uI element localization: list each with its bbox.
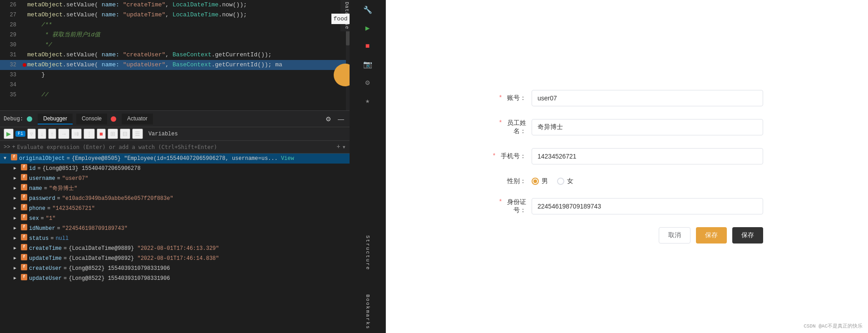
debug-row-username[interactable]: ▶ f username = "user07" bbox=[0, 174, 350, 184]
expand-arrow-updatetime: ▶ bbox=[14, 254, 19, 263]
line-number: 28 bbox=[4, 20, 16, 30]
expand-arrow: ▼ bbox=[4, 154, 9, 163]
id-input[interactable] bbox=[532, 198, 763, 214]
form-row-phone: * 手机号： bbox=[491, 148, 763, 164]
var-eq-status: = bbox=[50, 234, 54, 243]
bookmarks-label: Bookmarks bbox=[365, 294, 370, 329]
minimize-icon-btn[interactable]: — bbox=[336, 114, 346, 124]
line-content-32: metaObject.setValue( name: "updateUser",… bbox=[27, 60, 346, 70]
var-name-name: name bbox=[29, 184, 42, 193]
var-val-updateuser: {Long@8522} 1554039310798331906 bbox=[69, 274, 170, 283]
tab-debugger[interactable]: Debugger bbox=[38, 114, 73, 124]
tab-actuator[interactable]: Actuator bbox=[122, 114, 153, 124]
play-btn[interactable]: ▶ bbox=[4, 129, 14, 139]
debug-row-password[interactable]: ▶ f password = "e10adc3949ba59abbe56e057… bbox=[0, 194, 350, 204]
f-icon: f bbox=[11, 154, 17, 160]
id-label: * 身份证号： bbox=[491, 198, 532, 214]
step-out-btn[interactable]: ↑ bbox=[48, 129, 57, 139]
debug-row-createtime[interactable]: ▶ f createTime = {LocalDateTime@9889} "2… bbox=[0, 244, 350, 253]
save-button-2[interactable]: 保存 bbox=[732, 227, 763, 244]
f-icon-sex: f bbox=[21, 214, 27, 220]
line-content-28: /** bbox=[27, 20, 346, 30]
debug-row-createuser[interactable]: ▶ f createUser = {Long@8522} 15540393107… bbox=[0, 263, 350, 273]
eval-right-icons: + ▾ bbox=[336, 143, 346, 151]
add-watch-btn[interactable]: + bbox=[12, 144, 15, 150]
employee-name-input[interactable] bbox=[532, 119, 763, 135]
code-area: 26 metaObject.setValue( name: "createTim… bbox=[0, 0, 350, 110]
step-over-btn[interactable]: ▿ bbox=[27, 129, 36, 139]
radio-circle-male bbox=[532, 178, 539, 185]
layout-btn[interactable]: ⊟ bbox=[120, 129, 130, 139]
line-content-26: metaObject.setValue( name: "createTime",… bbox=[27, 0, 346, 10]
debug-row-status[interactable]: ▶ f status = null bbox=[0, 234, 350, 244]
var-name-id: id bbox=[29, 164, 35, 173]
gutter-33 bbox=[22, 70, 27, 80]
debug-row-id[interactable]: ▶ f id = {Long@8513} 155404072065906278 bbox=[0, 164, 350, 174]
star-icon[interactable]: ★ bbox=[361, 94, 374, 107]
form-row-gender: 性别： 男 女 bbox=[491, 177, 763, 185]
var-eq-phone: = bbox=[47, 204, 50, 213]
phone-input[interactable] bbox=[532, 148, 763, 164]
form-buttons: 取消 保存 保存 bbox=[491, 227, 763, 244]
debug-variables-content[interactable]: ▼ f originalObject = {Employee@8505} "Em… bbox=[0, 154, 350, 333]
debug-row-updatetime[interactable]: ▶ f updateTime = {LocalDateTime@9892} "2… bbox=[0, 253, 350, 263]
line-number: 27 bbox=[4, 10, 16, 20]
tab-console[interactable]: Console bbox=[76, 114, 107, 124]
gutter-29 bbox=[22, 30, 27, 40]
debug-row-phone[interactable]: ▶ f phone = "14234526721" bbox=[0, 204, 350, 214]
settings-icon-btn[interactable]: ⚙ bbox=[324, 114, 333, 124]
debug-row-insert[interactable]: ▼ f originalObject = {Employee@8505} "Em… bbox=[0, 154, 350, 164]
f-icon-status: f bbox=[21, 234, 27, 240]
var-name-createtime: createTime bbox=[29, 244, 62, 253]
stop-icon[interactable]: ■ bbox=[361, 40, 374, 53]
stop-btn[interactable]: ■ bbox=[97, 129, 106, 139]
radio-male-label: 男 bbox=[542, 177, 548, 185]
code-line-34: 34 bbox=[0, 80, 350, 90]
var-val-status: null bbox=[55, 234, 69, 243]
debug-row-updateuser[interactable]: ▶ f updateUser = {Long@8522} 15540393107… bbox=[0, 273, 350, 283]
var-val-password: "e10adc3949ba59abbe56e057f20f883e" bbox=[62, 194, 173, 203]
gutter-26 bbox=[22, 0, 27, 10]
expand-arrow-status: ▶ bbox=[14, 234, 19, 243]
gutter-27 bbox=[22, 10, 27, 20]
reggie-icon bbox=[27, 116, 32, 122]
wrench-icon[interactable]: 🔧 bbox=[361, 4, 374, 16]
more-btn[interactable]: ⋮ bbox=[84, 129, 95, 139]
var-name-updateuser: updateUser bbox=[29, 274, 62, 283]
eval-input[interactable] bbox=[17, 144, 335, 150]
account-input[interactable] bbox=[532, 90, 763, 106]
camera-icon[interactable]: 📷 bbox=[361, 58, 374, 71]
eval-down-icon[interactable]: ▾ bbox=[342, 143, 346, 151]
var-eq: = bbox=[67, 154, 70, 163]
radio-male[interactable]: 男 bbox=[532, 177, 548, 185]
gear-icon[interactable]: ⚙ bbox=[361, 76, 374, 89]
code-editor: 26 metaObject.setValue( name: "createTim… bbox=[0, 0, 350, 333]
var-name-password: password bbox=[29, 194, 55, 203]
play-icon[interactable]: ▶ bbox=[361, 22, 374, 35]
line-content-29: * 获取当前用户id值 bbox=[27, 30, 346, 40]
radio-female[interactable]: 女 bbox=[557, 177, 573, 185]
var-eq-sex: = bbox=[41, 214, 44, 223]
debug-row-sex[interactable]: ▶ f sex = "1" bbox=[0, 214, 350, 224]
form-area: * 账号： * 员工姓名： * 手机号： 性别： bbox=[386, 0, 868, 333]
extra-btn[interactable]: ☰ bbox=[132, 129, 143, 139]
line-number: 34 bbox=[4, 80, 16, 90]
debug-row-name[interactable]: ▶ f name = "奇异博士" bbox=[0, 184, 350, 194]
var-name-idnumber: idNumber bbox=[29, 224, 55, 233]
line-content-31: metaObject.setValue( name: "createUser",… bbox=[27, 50, 346, 60]
save-button[interactable]: 保存 bbox=[696, 227, 727, 244]
debug-panel: Debug: Debugger Console Actuator ⚙ — ▶ F… bbox=[0, 110, 350, 333]
var-name-updatetime: updateTime bbox=[29, 254, 62, 263]
gender-radio-group: 男 女 bbox=[532, 177, 573, 185]
gender-label: 性别： bbox=[491, 177, 532, 185]
frame-btn[interactable]: ⊞ bbox=[108, 129, 118, 139]
debug-row-idnumber[interactable]: ▶ f idNumber = "224546198709189743" bbox=[0, 224, 350, 234]
debug-icon-group: ⚙ — bbox=[324, 114, 346, 124]
evaluate-btn[interactable]: ⇉ bbox=[71, 129, 82, 139]
run-to-cursor-btn[interactable]: → bbox=[58, 129, 69, 139]
cancel-button[interactable]: 取消 bbox=[659, 227, 690, 244]
var-name-phone: phone bbox=[29, 204, 45, 213]
step-into-btn[interactable]: ↓ bbox=[38, 129, 46, 139]
eval-add-icon[interactable]: + bbox=[336, 143, 340, 151]
line-content-30: */ bbox=[27, 40, 346, 50]
